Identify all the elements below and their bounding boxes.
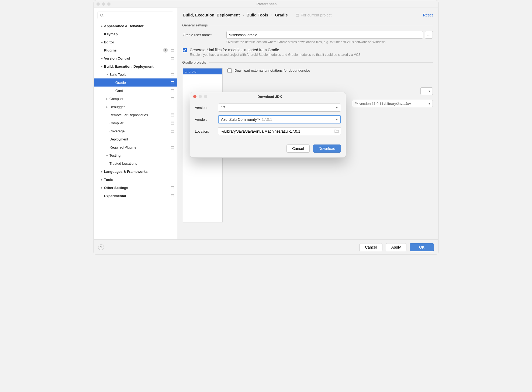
zoom-window-icon[interactable] bbox=[107, 2, 110, 6]
sidebar-item-label: Testing bbox=[109, 153, 120, 157]
gradle-user-home-input[interactable] bbox=[226, 31, 423, 39]
sidebar-item-label: Keymap bbox=[104, 32, 118, 36]
sidebar-item-version-control[interactable]: Version Control bbox=[94, 54, 177, 62]
minimize-window-icon[interactable] bbox=[102, 2, 105, 6]
project-scope-icon bbox=[171, 48, 174, 52]
sidebar-item-keymap[interactable]: Keymap bbox=[94, 30, 177, 38]
sidebar-item-label: Remote Jar Repositories bbox=[109, 113, 148, 117]
breadcrumb-sep-icon: › bbox=[271, 13, 272, 17]
chevron-right-icon[interactable] bbox=[105, 154, 109, 157]
chevron-right-icon[interactable] bbox=[100, 57, 104, 60]
project-scope-icon bbox=[171, 129, 174, 133]
settings-tree: Appearance & BehaviorKeymapEditorPlugins… bbox=[94, 22, 177, 239]
sidebar-item-deployment[interactable]: Deployment bbox=[94, 135, 177, 143]
sidebar-item-editor[interactable]: Editor bbox=[94, 38, 177, 46]
sidebar-item-languages-frameworks[interactable]: Languages & Frameworks bbox=[94, 167, 177, 176]
download-annotations-checkbox[interactable] bbox=[227, 68, 232, 73]
chevron-right-icon[interactable] bbox=[100, 40, 104, 44]
sidebar-item-coverage[interactable]: Coverage bbox=[94, 127, 177, 135]
chevron-right-icon[interactable] bbox=[100, 186, 104, 190]
section-legend: Gradle projects bbox=[182, 60, 209, 64]
gradle-jvm-select[interactable]: ™ version 11.0.11 /Library/Java/Jav bbox=[352, 100, 433, 107]
sidebar-item-label: Compiler bbox=[109, 121, 123, 125]
vendor-label: Vendor: bbox=[195, 118, 215, 122]
chevron-down-icon[interactable] bbox=[105, 73, 109, 76]
project-scope-icon bbox=[171, 194, 174, 198]
location-input[interactable] bbox=[218, 127, 341, 135]
svg-line-1 bbox=[103, 16, 104, 17]
chevron-right-icon[interactable] bbox=[105, 105, 109, 109]
generate-iml-hint: Enable if you have a mixed project with … bbox=[190, 53, 433, 57]
modal-download-button[interactable]: Download bbox=[313, 145, 341, 153]
search-icon bbox=[100, 13, 104, 17]
project-scope-icon bbox=[171, 73, 174, 76]
zoom-modal-icon bbox=[204, 95, 207, 98]
sidebar-item-build-tools[interactable]: Build Tools bbox=[94, 70, 177, 78]
apply-button[interactable]: Apply bbox=[386, 243, 406, 251]
gradle-user-home-hint: Override the default location where Grad… bbox=[226, 40, 433, 44]
section-legend: General settings bbox=[182, 23, 210, 27]
chevron-right-icon[interactable] bbox=[100, 178, 104, 181]
location-input-wrapper bbox=[218, 127, 341, 135]
browse-button[interactable]: … bbox=[425, 31, 433, 39]
hidden-combo-1[interactable] bbox=[420, 87, 433, 95]
breadcrumb-part[interactable]: Build, Execution, Deployment bbox=[183, 13, 240, 17]
gradle-project-entry[interactable]: android bbox=[183, 68, 222, 74]
project-scope-icon bbox=[295, 13, 299, 17]
scope-label: For current project bbox=[295, 13, 331, 17]
sidebar-item-label: Appearance & Behavior bbox=[104, 24, 144, 28]
sidebar-item-tools[interactable]: Tools bbox=[94, 176, 177, 184]
sidebar-item-other-settings[interactable]: Other Settings bbox=[94, 184, 177, 192]
chevron-right-icon[interactable] bbox=[100, 170, 104, 173]
sidebar-item-testing[interactable]: Testing bbox=[94, 151, 177, 159]
svg-rect-25 bbox=[171, 195, 174, 195]
window-title: Preferences bbox=[114, 2, 419, 6]
chevron-right-icon[interactable] bbox=[100, 24, 104, 28]
close-window-icon[interactable] bbox=[96, 2, 100, 6]
chevron-down-icon[interactable] bbox=[100, 65, 104, 68]
sidebar-item-compiler[interactable]: Compiler bbox=[94, 95, 177, 103]
location-label: Location: bbox=[195, 129, 215, 133]
project-scope-icon bbox=[171, 186, 174, 190]
project-scope-icon bbox=[171, 97, 174, 101]
sidebar-item-appearance-behavior[interactable]: Appearance & Behavior bbox=[94, 22, 177, 30]
folder-icon[interactable] bbox=[334, 129, 339, 134]
breadcrumb-part[interactable]: Build Tools bbox=[247, 13, 268, 17]
sidebar-item-gradle[interactable]: Gradle bbox=[94, 78, 177, 87]
sidebar-item-remote-jar-repositories[interactable]: Remote Jar Repositories bbox=[94, 111, 177, 119]
version-select[interactable]: 17 ▼ bbox=[218, 104, 341, 112]
sidebar-item-label: Experimental bbox=[104, 194, 126, 198]
close-modal-icon[interactable] bbox=[193, 95, 196, 98]
sidebar-item-plugins[interactable]: Plugins1 bbox=[94, 46, 177, 54]
sidebar-item-label: Trusted Locations bbox=[109, 161, 137, 166]
search-input[interactable] bbox=[105, 13, 171, 18]
sidebar-item-debugger[interactable]: Debugger bbox=[94, 103, 177, 111]
sidebar-item-label: Editor bbox=[104, 40, 114, 44]
generate-iml-checkbox[interactable] bbox=[183, 48, 187, 52]
ok-button[interactable]: OK bbox=[410, 243, 434, 251]
generate-iml-label: Generate *.iml files for modules importe… bbox=[190, 48, 433, 52]
svg-rect-19 bbox=[171, 130, 174, 131]
modal-cancel-button[interactable]: Cancel bbox=[286, 145, 310, 153]
cancel-button[interactable]: Cancel bbox=[359, 243, 382, 251]
sidebar-item-compiler[interactable]: Compiler bbox=[94, 119, 177, 127]
svg-rect-3 bbox=[171, 49, 174, 50]
search-input-wrapper[interactable] bbox=[98, 12, 173, 19]
breadcrumb-part[interactable]: Gradle bbox=[275, 13, 288, 17]
modal-window-controls bbox=[193, 95, 207, 98]
help-button[interactable]: ? bbox=[98, 244, 104, 250]
sidebar-item-label: Languages & Frameworks bbox=[104, 170, 148, 174]
reset-link[interactable]: Reset bbox=[423, 13, 433, 17]
version-label: Version: bbox=[195, 106, 215, 110]
sidebar-item-label: Deployment bbox=[109, 137, 128, 141]
sidebar-item-required-plugins[interactable]: Required Plugins bbox=[94, 143, 177, 151]
chevron-right-icon[interactable] bbox=[105, 97, 109, 101]
sidebar-item-label: Other Settings bbox=[104, 186, 128, 190]
sidebar-item-build-execution-deployment[interactable]: Build, Execution, Deployment bbox=[94, 62, 177, 70]
sidebar-item-trusted-locations[interactable]: Trusted Locations bbox=[94, 159, 177, 167]
vendor-select[interactable]: Azul Zulu Community™ 17.0.1 ▼ bbox=[218, 115, 341, 123]
project-scope-icon bbox=[171, 56, 174, 60]
sidebar-item-experimental[interactable]: Experimental bbox=[94, 192, 177, 200]
sidebar-item-gant[interactable]: Gant bbox=[94, 87, 177, 95]
badge: 1 bbox=[163, 48, 168, 53]
